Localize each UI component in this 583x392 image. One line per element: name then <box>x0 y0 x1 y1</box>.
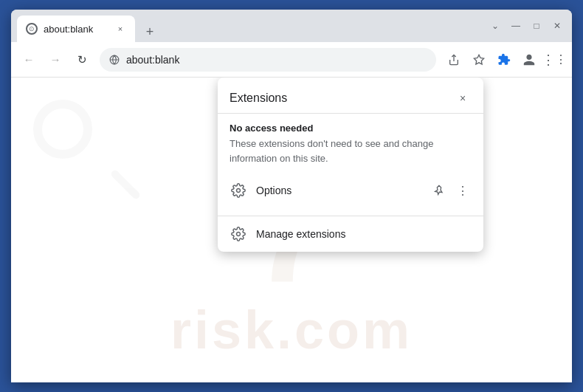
tab-favicon: ⊙ <box>26 23 38 35</box>
title-bar: ⊙ about:blank × + ⌄ — □ ✕ <box>11 10 572 42</box>
back-button[interactable]: ← <box>17 48 41 72</box>
share-button[interactable] <box>442 48 466 72</box>
section-header: No access needed <box>230 123 472 134</box>
popup-section: No access needed These extensions don't … <box>218 114 483 216</box>
magnifier-circle <box>33 100 92 159</box>
maximize-button[interactable]: □ <box>528 17 545 35</box>
new-tab-button[interactable]: + <box>139 21 160 42</box>
address-bar[interactable]: about:blank <box>100 48 436 72</box>
extension-more-button[interactable]: ⋮ <box>454 182 472 199</box>
navbar: ← → ↻ about:blank <box>11 42 572 78</box>
svg-point-4 <box>237 233 241 236</box>
browser-content: 7 risk.com Extensions × No access needed… <box>11 78 572 382</box>
active-tab[interactable]: ⊙ about:blank × <box>17 16 135 42</box>
popup-close-button[interactable]: × <box>454 89 472 107</box>
bookmark-button[interactable] <box>467 48 491 72</box>
section-description: These extensions don't need to see and c… <box>230 137 472 165</box>
forward-button[interactable]: → <box>44 48 67 72</box>
popup-header: Extensions × <box>218 78 483 114</box>
pin-button[interactable] <box>430 182 448 199</box>
extensions-button[interactable] <box>492 48 516 72</box>
refresh-button[interactable]: ↻ <box>70 48 94 72</box>
address-text: about:blank <box>126 54 427 66</box>
watermark-magnifier <box>33 100 122 188</box>
manage-gear-icon <box>230 225 247 243</box>
window-controls: ⌄ — □ ✕ <box>486 17 566 41</box>
svg-point-3 <box>237 189 241 193</box>
browser-window: ⊙ about:blank × + ⌄ — □ ✕ ← → ↻ about:bl… <box>11 10 572 382</box>
manage-extensions-row[interactable]: Manage extensions <box>218 216 483 252</box>
profile-button[interactable] <box>517 48 541 72</box>
extension-gear-icon <box>230 182 247 199</box>
watermark-text: risk.com <box>170 300 413 360</box>
magnifier-handle <box>110 169 141 200</box>
more-button[interactable]: ⋮ ⋮ <box>542 48 566 72</box>
close-button[interactable]: ✕ <box>548 17 566 35</box>
extension-options-item[interactable]: Options ⋮ <box>230 174 472 207</box>
svg-marker-2 <box>474 55 483 64</box>
popup-title: Extensions <box>230 92 287 105</box>
tab-strip: ⊙ about:blank × + <box>17 16 483 42</box>
manage-label: Manage extensions <box>256 228 345 240</box>
tab-title: about:blank <box>44 24 108 35</box>
minimize-button[interactable]: — <box>507 17 525 35</box>
collapse-button[interactable]: ⌄ <box>486 17 504 35</box>
address-security-icon <box>108 54 120 66</box>
extension-actions: ⋮ <box>430 182 472 199</box>
tab-close-button[interactable]: × <box>114 23 126 35</box>
options-label: Options <box>256 185 421 196</box>
toolbar-actions: ⋮ ⋮ <box>442 48 566 72</box>
extensions-popup: Extensions × No access needed These exte… <box>218 78 483 252</box>
